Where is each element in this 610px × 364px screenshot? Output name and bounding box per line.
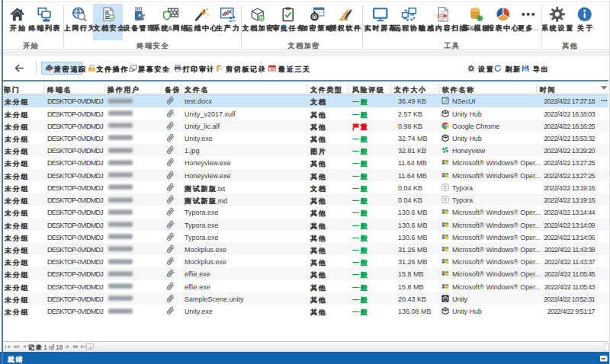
svg-text:23: 23 [270,67,274,71]
svg-text:T: T [443,184,447,190]
svg-text:T: T [443,196,447,203]
